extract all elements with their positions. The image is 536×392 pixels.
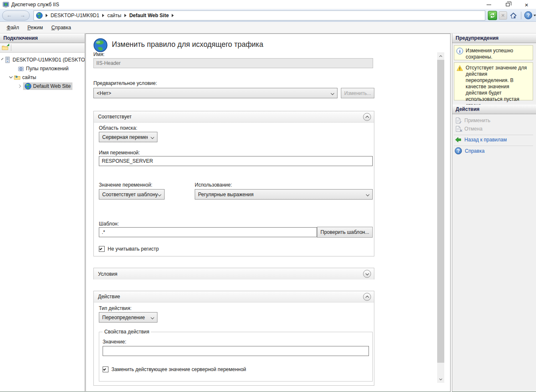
breadcrumb[interactable]: DESKTOP-U1MK9D1 сайты Default Web Site <box>34 10 485 20</box>
restore-button[interactable] <box>498 0 517 9</box>
expander-icon[interactable] <box>9 75 13 78</box>
name-field <box>93 58 373 68</box>
breadcrumb-separator-icon <box>102 14 104 17</box>
info-icon <box>456 48 463 54</box>
match-section-header[interactable]: Соответствует <box>94 111 374 123</box>
forward-button[interactable]: → <box>20 13 25 18</box>
scope-select[interactable]: Серверная переменная <box>99 132 157 142</box>
help-link[interactable]: Справка <box>455 147 484 154</box>
help-icon <box>455 147 462 154</box>
precondition-value: <Нет> <box>97 90 111 96</box>
divider <box>454 135 533 135</box>
address-bar: ← → DESKTOP-U1MK9D1 сайты Default Web Si… <box>0 9 536 22</box>
minimize-button[interactable] <box>479 0 498 9</box>
app-icon <box>3 1 9 8</box>
connections-header: Подключения <box>0 33 85 43</box>
chevron-down-icon <box>365 272 368 275</box>
chevron-down-icon <box>439 377 442 380</box>
tree-item-label: Пулы приложений <box>26 66 69 72</box>
action-type-select[interactable]: Переопределение <box>99 312 157 323</box>
value-field[interactable] <box>103 346 369 356</box>
test-pattern-button[interactable]: Проверить шаблон... <box>317 227 373 238</box>
conditions-section-title: Условия <box>98 271 117 277</box>
back-to-rules-link[interactable]: Назад к правилам <box>455 136 507 143</box>
back-button[interactable]: ← <box>6 13 12 18</box>
connections-panel: Подключения DESKTOP-U1MK9D1 (DESKTOP Пул… <box>0 33 85 392</box>
save-connection-icon[interactable] <box>2 44 8 51</box>
home-button[interactable] <box>509 11 518 20</box>
edit-precondition-button: Изменить... <box>341 88 374 98</box>
chevron-up-icon <box>365 116 368 119</box>
warning-alert: Отсутствует значение для действия переоп… <box>454 62 533 100</box>
breadcrumb-current-site[interactable]: Default Web Site <box>129 13 169 18</box>
menu-view[interactable]: Режим <box>23 23 47 32</box>
vertical-scrollbar[interactable] <box>437 52 444 383</box>
feature-globe-icon <box>93 38 108 52</box>
scope-value: Серверная переменная <box>102 134 148 140</box>
page-title: Изменить правило для исходящего трафика <box>112 40 263 49</box>
tree-item-app-pools[interactable]: Пулы приложений <box>0 64 85 73</box>
ignore-case-checkbox[interactable] <box>99 246 105 252</box>
scope-label: Область поиска: <box>99 125 137 131</box>
refresh-button[interactable] <box>488 11 497 20</box>
sites-folder-icon <box>14 74 21 81</box>
tree-item-server[interactable]: DESKTOP-U1MK9D1 (DESKTOP <box>0 55 85 64</box>
application-pools-icon <box>18 65 24 72</box>
chevron-down-icon <box>151 136 154 139</box>
chevron-down-icon <box>331 92 334 95</box>
help-menu-button[interactable] <box>524 11 536 19</box>
collapse-button[interactable] <box>363 113 371 121</box>
actions-header: Действия <box>452 105 536 114</box>
menu-help[interactable]: Справка <box>47 23 75 32</box>
conditions-section: Условия <box>93 268 374 279</box>
warning-alert-text: Отсутствует значение для действия переоп… <box>466 65 531 98</box>
close-icon: × <box>525 2 528 8</box>
name-label: Имя: <box>93 51 105 57</box>
collapse-button[interactable] <box>363 293 371 301</box>
menu-file[interactable]: Файл <box>3 23 23 32</box>
value-label: Значение: <box>103 339 126 345</box>
breadcrumb-separator-icon <box>124 14 126 17</box>
tree-item-default-web-site[interactable]: Default Web Site <box>0 82 85 90</box>
ignore-case-checkbox-row[interactable]: Не учитывать регистр <box>99 246 159 252</box>
usage-select[interactable]: Регулярные выражения <box>195 189 373 200</box>
scroll-up-button[interactable] <box>437 52 444 59</box>
cancel-label: Отмена <box>464 126 482 132</box>
variable-name-field[interactable] <box>99 156 373 166</box>
back-arrow-icon <box>455 136 461 143</box>
tree-item-sites[interactable]: сайты <box>0 73 85 82</box>
action-type-label: Тип действия: <box>99 305 131 311</box>
ignore-case-label: Не учитывать регистр <box>108 246 159 252</box>
expander-icon[interactable] <box>18 84 21 87</box>
conditions-section-header[interactable]: Условия <box>94 268 374 279</box>
variable-name-label: Имя переменной: <box>99 150 140 156</box>
breadcrumb-separator-icon <box>172 14 174 17</box>
apply-action: ✓ Применить <box>455 117 490 124</box>
refresh-icon <box>489 12 496 19</box>
replace-checkbox[interactable] <box>103 366 108 372</box>
close-button[interactable]: × <box>517 0 536 9</box>
tree-item-label: DESKTOP-U1MK9D1 (DESKTOP <box>13 57 85 63</box>
expander-icon[interactable] <box>1 58 3 60</box>
pattern-field[interactable] <box>99 227 317 237</box>
breadcrumb-server[interactable]: DESKTOP-U1MK9D1 <box>51 13 99 18</box>
precondition-select[interactable]: <Нет> <box>93 88 338 98</box>
action-section-header[interactable]: Действие <box>94 291 374 302</box>
connections-toolbar <box>0 43 85 53</box>
match-section-title: Соответствует <box>98 114 131 120</box>
scrollbar-thumb[interactable] <box>437 60 444 363</box>
replace-checkbox-label: Заменить действующее значение серверной … <box>111 366 246 372</box>
action-properties-group: Свойства действия Значение: Заменить дей… <box>99 332 373 382</box>
variable-value-select[interactable]: Соответствует шаблону <box>99 189 165 200</box>
action-properties-legend: Свойства действия <box>103 329 151 335</box>
variable-value-label: Значение переменной: <box>99 182 152 188</box>
expand-button[interactable] <box>363 270 371 278</box>
chevron-up-icon <box>365 296 368 299</box>
scroll-down-button[interactable] <box>437 376 444 383</box>
replace-checkbox-row[interactable]: Заменить действующее значение серверной … <box>103 366 246 372</box>
breadcrumb-sites[interactable]: сайты <box>107 13 121 18</box>
chevron-down-icon <box>151 316 154 319</box>
toolbar-divider <box>521 12 521 19</box>
usage-label: Использование: <box>195 182 232 188</box>
window-title: Диспетчер служб IIS <box>11 2 59 8</box>
